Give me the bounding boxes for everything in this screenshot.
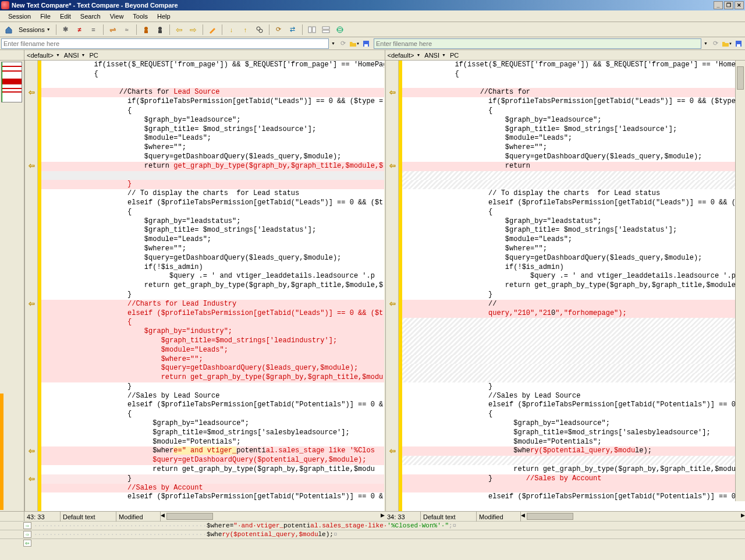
code-line[interactable]: { <box>41 208 384 217</box>
code-line[interactable]: // To display the charts for Lead status <box>41 189 384 199</box>
code-line[interactable]: { <box>402 410 745 419</box>
code-line[interactable]: elseif ($profileTabsPermission[getTabid(… <box>402 199 745 208</box>
open-right-button[interactable]: ▼ <box>722 38 732 49</box>
code-line[interactable] <box>402 373 745 382</box>
right-h-scrollbar[interactable]: ◀▶ <box>521 512 745 521</box>
save-right-button[interactable] <box>733 38 744 49</box>
code-line[interactable] <box>402 318 745 327</box>
left-file-input[interactable] <box>1 38 329 49</box>
code-line[interactable]: //Sales by Lead Source <box>41 392 384 401</box>
left-code-area[interactable]: if(isset($_REQUEST['from_page']) && $_RE… <box>41 61 384 511</box>
code-line[interactable]: //Sales by Account <box>41 484 384 493</box>
menu-search[interactable]: Search <box>76 12 105 21</box>
code-line[interactable]: $where=""; <box>41 244 384 254</box>
code-line[interactable]: $graph_title= $mod_strings['leadsource']… <box>402 125 745 134</box>
left-h-scrollbar[interactable]: ◀▶ <box>161 512 385 521</box>
code-line[interactable] <box>402 355 745 364</box>
approx-button[interactable]: ≈ <box>120 23 133 36</box>
code-line[interactable]: $whery($potential_query,$module); <box>402 446 745 456</box>
rules-button[interactable]: ⇌ <box>107 23 119 36</box>
code-line[interactable] <box>41 79 384 88</box>
code-line[interactable]: return get_graph_by_type($graph_by,$grap… <box>41 162 384 171</box>
code-line[interactable] <box>402 346 745 355</box>
code-line[interactable]: { <box>402 107 745 116</box>
code-line[interactable]: $query=getDashboardQuery($leads_query,$m… <box>41 153 384 162</box>
code-line[interactable]: $where=""; <box>402 143 745 153</box>
right-file-input[interactable] <box>374 38 701 49</box>
copy-arrow-icon[interactable]: ⇦ <box>23 540 31 547</box>
code-line[interactable]: { <box>41 107 384 116</box>
code-line[interactable]: if($profileTabsPermission[getTabid("Lead… <box>402 97 745 107</box>
code-line[interactable]: $graph_by="leadsource"; <box>41 419 384 428</box>
code-line[interactable]: //Charts for Lead Industry <box>41 300 384 309</box>
code-line[interactable]: } <box>41 474 384 484</box>
swap-button[interactable]: ⇄ <box>286 23 299 36</box>
menu-tools[interactable]: Tools <box>128 12 152 21</box>
code-line[interactable]: //Charts for <box>402 88 745 97</box>
code-line[interactable] <box>402 336 745 346</box>
prev-diff-button[interactable]: ↑ <box>239 23 252 36</box>
code-line[interactable]: if($profileTabsPermission[getTabid("Lead… <box>41 97 384 107</box>
code-line[interactable]: $graph_title=$mod_strings['salesbyleadso… <box>402 428 745 438</box>
code-line[interactable]: elseif ($profileTabsPermission[getTabid(… <box>402 492 745 502</box>
code-line[interactable]: return get_graph_by_type($graph_by,$grap… <box>41 465 384 474</box>
code-line[interactable]: $query=getDashboardQuery($leads_query,$m… <box>41 254 384 263</box>
chevron-down-icon[interactable]: ▼ <box>330 41 336 45</box>
code-line[interactable]: $query .= ' and vtiger_leaddetails.leads… <box>41 272 384 281</box>
code-line[interactable]: if(!$is_admin) <box>41 263 384 272</box>
minimize-button[interactable]: _ <box>714 1 723 9</box>
chevron-down-icon[interactable]: ▼ <box>442 53 446 57</box>
code-line[interactable]: $where=""; <box>41 143 384 153</box>
code-line[interactable]: elseif ($profileTabsPermission[getTabid(… <box>41 199 384 208</box>
chevron-down-icon[interactable]: ▼ <box>416 53 420 57</box>
diff-marker-icon[interactable]: ⇦ <box>387 88 398 96</box>
diff-marker-icon[interactable]: ⇦ <box>26 88 37 96</box>
code-line[interactable]: $where=" and vtiger_potential.sales_stag… <box>41 446 384 456</box>
code-line[interactable]: //Charts for Lead Source <box>41 88 384 97</box>
code-line[interactable]: return get_graph_by_type($graph_by,$grap… <box>402 465 745 474</box>
diff-marker-icon[interactable]: ⇦ <box>387 300 398 308</box>
diff-marker-icon[interactable]: ⇦ <box>26 447 37 455</box>
diff-button[interactable]: ≠ <box>73 23 86 36</box>
code-line[interactable]: return <box>402 162 745 171</box>
code-line[interactable]: { <box>402 70 745 79</box>
code-line[interactable]: $module="Potentials"; <box>402 438 745 447</box>
code-line[interactable]: } <box>402 382 745 392</box>
code-line[interactable]: } //Sales by Account <box>402 474 745 484</box>
code-line[interactable]: $graph_by="leadsource"; <box>402 116 745 125</box>
code-line[interactable]: $module="Leads"; <box>402 235 745 244</box>
code-line[interactable]: $where=""; <box>41 355 384 364</box>
save-left-button[interactable] <box>361 38 371 49</box>
code-line[interactable] <box>402 79 745 88</box>
reload-button[interactable]: ⟳ <box>272 23 285 36</box>
code-line[interactable]: { <box>41 410 384 419</box>
copy-right-button[interactable]: ⇨ <box>187 23 200 36</box>
code-line[interactable]: return get_graph_by_type($graph_by,$grap… <box>41 281 384 290</box>
code-line[interactable]: if(!$is_admin) <box>402 263 745 272</box>
menu-edit[interactable]: Edit <box>55 12 76 21</box>
code-line[interactable] <box>402 484 745 493</box>
code-line[interactable]: $graph_by="leadsource"; <box>41 116 384 125</box>
vertical-scrollbar[interactable] <box>735 61 745 501</box>
code-line[interactable]: $module="Leads"; <box>41 346 384 355</box>
bookmark-button[interactable] <box>154 23 166 36</box>
code-line[interactable]: $graph_title= $mod_strings['leadstatus']… <box>402 226 745 235</box>
code-line[interactable] <box>402 327 745 336</box>
code-line[interactable]: $module="Leads"; <box>41 235 384 244</box>
code-line[interactable]: $query .= ' and vtiger_leaddetails.leads… <box>402 272 745 281</box>
code-line[interactable]: // <box>402 300 745 309</box>
right-format-pc[interactable]: PC <box>450 52 459 59</box>
menu-session[interactable]: Session <box>3 12 36 21</box>
next-diff-button[interactable]: ↓ <box>225 23 238 36</box>
code-line[interactable] <box>402 180 745 189</box>
code-line[interactable] <box>41 171 384 180</box>
right-format-ansi[interactable]: ANSI <box>424 52 439 59</box>
code-line[interactable]: if(isset($_REQUEST['from_page']) && $_RE… <box>402 61 745 70</box>
diff-marker-icon[interactable]: ⇦ <box>26 162 37 170</box>
copy-arrow-icon[interactable]: ⇨ <box>23 522 31 529</box>
code-line[interactable]: elseif ($profileTabsPermission[getTabid(… <box>41 309 384 318</box>
same-button[interactable]: = <box>87 23 100 36</box>
code-line[interactable]: $graph_title= $mod_strings['leadsource']… <box>41 125 384 134</box>
code-line[interactable]: //Sales by Lead Source <box>402 392 745 401</box>
code-line[interactable]: $module="Leads"; <box>41 134 384 143</box>
